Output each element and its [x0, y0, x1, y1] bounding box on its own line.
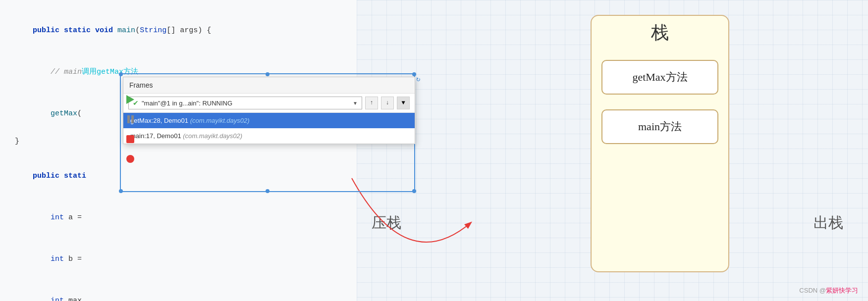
stack-card-getmax: getMax方法 [601, 60, 718, 95]
push-label: 压栈 [372, 213, 401, 233]
pause-button[interactable] [123, 112, 138, 127]
stop-button[interactable] [123, 132, 138, 147]
frame-select-dropdown[interactable]: ✔ "main"@1 in g...ain": RUNNING ▼ [128, 97, 362, 109]
frame-main-text: main:17, Demo01 [130, 132, 183, 140]
frame-getmax-text: getMax:28, Demo01 [130, 117, 190, 124]
play-icon [126, 95, 134, 104]
record-button[interactable] [123, 151, 138, 166]
svg-text:↻: ↻ [416, 75, 420, 83]
watermark-brand: 紫妍快学习 [826, 287, 858, 294]
stack-card-getmax-label: getMax方法 [632, 71, 687, 83]
code-line-6: int a = [15, 197, 347, 239]
stack-title: 栈 [592, 16, 728, 50]
filter-button[interactable]: ▼ [397, 97, 410, 109]
stop-icon [126, 135, 134, 143]
frames-toolbar: ✔ "main"@1 in g...ain": RUNNING ▼ ↑ ↓ ▼ [123, 94, 415, 113]
stack-card-main-label: main方法 [638, 120, 682, 133]
frame-up-button[interactable]: ↑ [365, 97, 378, 109]
pause-icon [127, 115, 134, 123]
record-icon [126, 155, 134, 163]
code-line-7: int b = [15, 239, 347, 280]
debug-toolbar [123, 92, 138, 166]
frame-down-button[interactable]: ↓ [381, 97, 394, 109]
code-line-5: public stati [15, 155, 347, 197]
frame-getmax-package: (com.mayikt.days02) [190, 117, 250, 124]
frame-item-main[interactable]: main:17, Demo01 (com.mayikt.days02) [123, 128, 415, 144]
frames-popup[interactable]: Frames ✔ "main"@1 in g...ain": RUNNING ▼… [123, 77, 415, 144]
selected-frame-label: "main"@1 in g...ain": RUNNING [142, 100, 232, 107]
stack-card-main: main方法 [601, 109, 718, 144]
frame-main-package: (com.mayikt.days02) [183, 132, 242, 140]
play-button[interactable] [123, 92, 138, 107]
code-line-8: int max........ [15, 280, 347, 301]
code-line-1: public static void main(String[] args) { [15, 10, 347, 51]
frames-title: Frames [123, 77, 415, 94]
dropdown-arrow-icon: ▼ [353, 100, 358, 106]
watermark: CSDN @紫妍快学习 [799, 286, 858, 295]
code-area: public static void main(String[] args) {… [0, 0, 357, 301]
stack-diagram: 栈 getMax方法 main方法 [591, 15, 729, 272]
frame-item-getmax[interactable]: getMax:28, Demo01 (com.mayikt.days02) [123, 113, 415, 128]
watermark-prefix: CSDN @ [799, 287, 826, 294]
pop-label: 出栈 [814, 213, 843, 233]
